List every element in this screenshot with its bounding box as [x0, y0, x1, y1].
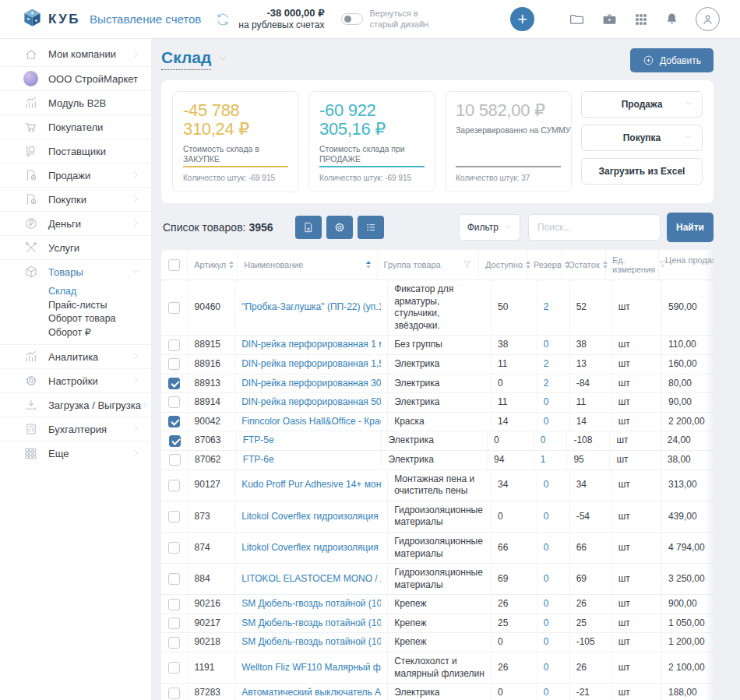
product-link[interactable]: Wellton Fliz WF110 Малярный флизели... — [241, 662, 381, 674]
sidebar-item-products[interactable]: Товары — [0, 259, 151, 283]
table-row[interactable]: 87283 Автоматический выключатель ABB 1 п… — [161, 684, 714, 700]
sidebar-item-my-companies[interactable]: Мои компании — [0, 42, 151, 66]
search-input[interactable] — [528, 214, 661, 241]
row-checkbox[interactable] — [168, 542, 180, 554]
folder-icon[interactable] — [569, 11, 585, 27]
product-link[interactable]: SM Дюбель-гвоздь потайной (10х180 м... — [241, 598, 381, 610]
table-settings-button[interactable] — [326, 216, 353, 239]
row-checkbox[interactable] — [168, 358, 180, 370]
row-checkbox[interactable] — [168, 637, 180, 649]
row-checkbox[interactable] — [168, 617, 180, 629]
row-checkbox[interactable] — [168, 688, 180, 699]
reserve-link[interactable]: 0 — [544, 617, 549, 630]
reserve-link[interactable]: 0 — [544, 416, 549, 428]
table-row[interactable]: 88915 DIN-рейка перфорированная 1 м Без … — [161, 336, 714, 355]
sidebar-item-sales[interactable]: Продажи — [0, 163, 151, 187]
sidebar-item-more[interactable]: Еще — [0, 441, 151, 465]
sidebar-item-purchases[interactable]: Покупки — [0, 187, 151, 211]
export-excel-button[interactable] — [295, 216, 322, 239]
table-row[interactable]: 90127 Kudo Proff Pur Adhesive 14+ монтаж… — [161, 470, 714, 501]
reserve-link[interactable]: 0 — [544, 479, 549, 491]
table-row[interactable]: 87062 FTP-6e Электрика 94 1 95 шт 38,00 — [161, 451, 714, 470]
reserve-link[interactable]: 0 — [544, 511, 549, 523]
table-row[interactable]: 87063 FTP-5e Электрика 0 0 -108 шт 24,00 — [161, 431, 714, 451]
apps-grid-icon[interactable] — [634, 12, 648, 26]
product-link[interactable]: "Пробка-Заглушка" (ПП-22) (уп.1000 шт.) — [241, 301, 381, 314]
filter-dropdown[interactable]: Фильтр — [459, 214, 520, 241]
row-checkbox[interactable] — [168, 599, 180, 610]
product-link[interactable]: LITOKOL ELASTOCEM MONO / ЛИТОКОЛ ... — [241, 573, 381, 586]
reserve-link[interactable]: 0 — [541, 434, 546, 447]
table-row[interactable]: 88913 DIN-рейка перфорированная 30 см Эл… — [161, 375, 714, 394]
load-from-excel-button[interactable]: Загрузить из Excel — [581, 158, 703, 185]
product-link[interactable]: DIN-рейка перфорированная 1 м — [241, 339, 381, 351]
reserve-link[interactable]: 0 — [544, 598, 549, 610]
old-design-toggle[interactable] — [341, 13, 363, 25]
purchase-dropdown-button[interactable]: Покупка — [581, 125, 703, 151]
sale-dropdown-button[interactable]: Продажа — [581, 91, 703, 118]
list-view-button[interactable] — [358, 216, 384, 239]
sort-name[interactable] — [366, 261, 371, 269]
product-link[interactable]: DIN-рейка перфорированная 50 см — [241, 396, 381, 409]
row-checkbox[interactable] — [168, 416, 180, 427]
sidebar-item-b2b[interactable]: Модуль B2B — [0, 90, 151, 114]
product-link[interactable]: FTP-6e — [243, 454, 375, 466]
sidebar-item-company[interactable]: ООО СтройМаркет — [0, 66, 151, 90]
reserve-link[interactable]: 0 — [544, 339, 549, 351]
reserve-link[interactable]: 0 — [544, 396, 549, 409]
reserve-link[interactable]: 0 — [544, 636, 549, 649]
reserve-link[interactable]: 0 — [544, 542, 549, 554]
table-row[interactable]: 874 Litokol Coverflex гидроизоляция элас… — [161, 533, 714, 564]
sidebar-item-services[interactable]: Услуги — [0, 235, 151, 259]
table-row[interactable]: 88916 DIN-рейка перфорированная 1,5 м Эл… — [161, 355, 714, 375]
submenu-item-price-lists[interactable]: Прайс-листы — [48, 299, 151, 313]
select-all-checkbox[interactable] — [168, 259, 180, 271]
bell-icon[interactable] — [664, 12, 679, 26]
submenu-item-turnover-rub[interactable]: Оборот ₽ — [48, 326, 151, 340]
sidebar-item-suppliers[interactable]: Поставщики — [0, 139, 151, 163]
product-link[interactable]: Litokol Coverflex гидроизоляция эласти..… — [241, 542, 381, 554]
row-checkbox[interactable] — [168, 378, 180, 389]
reserve-link[interactable]: 2 — [544, 358, 549, 371]
reserve-link[interactable]: 2 — [544, 301, 549, 314]
row-checkbox[interactable] — [168, 339, 180, 351]
sidebar-item-customers[interactable]: Покупатели — [0, 114, 151, 139]
table-row[interactable]: 88914 DIN-рейка перфорированная 50 см Эл… — [161, 393, 714, 413]
reserve-link[interactable]: 1 — [541, 454, 546, 466]
page-title-dropdown[interactable]: Склад — [161, 48, 227, 70]
sidebar-item-settings[interactable]: Настройки — [0, 368, 151, 392]
reserve-link[interactable]: 0 — [544, 573, 549, 586]
row-checkbox[interactable] — [169, 435, 181, 447]
table-row[interactable]: 90218 SM Дюбель-гвоздь потайной (10х220 … — [161, 633, 714, 653]
product-link[interactable]: FTP-5e — [243, 434, 375, 447]
user-avatar[interactable] — [696, 7, 720, 31]
filter-group-icon[interactable] — [463, 259, 472, 270]
sidebar-item-accounting[interactable]: Бухгалтерия — [0, 417, 151, 441]
table-row[interactable]: 873 Litokol Coverflex гидроизоляция элас… — [161, 501, 714, 533]
refresh-icon[interactable] — [215, 12, 231, 27]
table-row[interactable]: 884 LITOKOL ELASTOCEM MONO / ЛИТОКОЛ ...… — [161, 564, 714, 595]
sort-sku[interactable] — [229, 261, 234, 269]
product-link[interactable]: DIN-рейка перфорированная 30 см — [241, 378, 381, 390]
row-checkbox[interactable] — [168, 480, 180, 491]
row-checkbox[interactable] — [168, 511, 180, 522]
kub-logo[interactable]: КУБ — [22, 7, 80, 31]
quick-add-button[interactable]: + — [510, 7, 534, 31]
submenu-item-sklad[interactable]: Склад — [48, 285, 151, 299]
product-link[interactable]: Kudo Proff Pur Adhesive 14+ монтажный... — [241, 479, 381, 491]
product-link[interactable]: SM Дюбель-гвоздь потайной (10х200 м... — [241, 617, 381, 630]
product-link[interactable]: Litokol Coverflex гидроизоляция эласти..… — [241, 511, 381, 523]
submenu-item-turnover-goods[interactable]: Оборот товара — [48, 312, 151, 326]
product-link[interactable]: Finncolor Oasis Hall&Office - Краска для… — [241, 416, 381, 428]
table-row[interactable]: 90217 SM Дюбель-гвоздь потайной (10х200 … — [161, 614, 714, 634]
reserve-link[interactable]: 0 — [544, 687, 549, 699]
add-button[interactable]: Добавить — [630, 48, 714, 72]
table-row[interactable]: 90042 Finncolor Oasis Hall&Office - Крас… — [161, 413, 714, 432]
find-button[interactable]: Найти — [667, 213, 714, 242]
reserve-link[interactable]: 0 — [544, 662, 549, 674]
table-row[interactable]: 90216 SM Дюбель-гвоздь потайной (10х180 … — [161, 595, 714, 614]
sidebar-item-analytics[interactable]: Аналитика — [0, 344, 151, 368]
row-checkbox[interactable] — [168, 573, 180, 585]
briefcase-icon[interactable] — [601, 11, 618, 27]
product-link[interactable]: DIN-рейка перфорированная 1,5 м — [241, 358, 381, 371]
